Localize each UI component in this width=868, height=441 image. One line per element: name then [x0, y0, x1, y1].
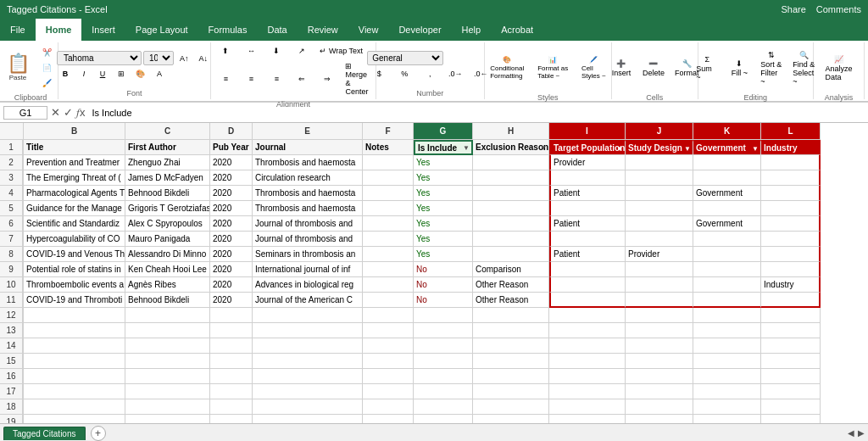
font-family-select[interactable]: Tahoma [57, 51, 142, 65]
cell-i4[interactable]: Patient [549, 186, 626, 201]
cell-l4[interactable] [761, 186, 821, 201]
cell-f3[interactable] [363, 170, 414, 186]
cell-b4[interactable]: Pharmacological Agents T [24, 186, 125, 201]
cell-g9[interactable]: No [414, 262, 473, 277]
cell-k2[interactable] [693, 155, 761, 170]
row-header-14[interactable]: 14 [0, 338, 23, 354]
cell-j5[interactable] [626, 201, 693, 216]
underline-button[interactable]: U [94, 67, 111, 81]
cell-c9[interactable]: Ken Cheah Hooi Lee [125, 262, 210, 277]
bold-button[interactable]: B [57, 67, 74, 81]
sort-filter-button[interactable]: ⇅ Sort &Filter ~ [756, 44, 787, 92]
cell-e4[interactable]: Thrombosis and haemosta [253, 186, 363, 201]
exclusion-filter-arrow[interactable]: ▼ [540, 143, 547, 151]
tab-view[interactable]: View [348, 19, 389, 41]
cell-c3[interactable]: James D McFadyen [125, 170, 210, 186]
row-header-18[interactable]: 18 [0, 399, 23, 415]
cell-i7[interactable] [549, 232, 626, 247]
row-header-10[interactable]: 10 [0, 277, 23, 293]
row-header-9[interactable]: 9 [0, 262, 23, 277]
col-header-j[interactable]: J [626, 123, 693, 140]
tab-review[interactable]: Review [298, 19, 348, 41]
cell-i11[interactable] [549, 293, 626, 308]
row-header-15[interactable]: 15 [0, 354, 23, 369]
cell-l8[interactable] [761, 247, 821, 262]
comments-button[interactable]: Comments [816, 4, 861, 14]
cell-reference-input[interactable] [3, 106, 47, 120]
row-header-19[interactable]: 19 [0, 415, 23, 423]
number-format-select[interactable]: General [367, 51, 443, 65]
cell-l12[interactable] [761, 308, 821, 323]
cell-l7[interactable] [761, 232, 821, 247]
col-header-i[interactable]: I [549, 123, 626, 140]
cell-c8[interactable]: Alessandro Di Minno [125, 247, 210, 262]
col-header-f[interactable]: F [363, 123, 414, 140]
increase-indent-button[interactable]: ⇒ [315, 72, 339, 86]
cell-g11[interactable]: No [414, 293, 473, 308]
cell-e3[interactable]: Circulation research [253, 170, 363, 186]
cell-e11[interactable]: Journal of the American C [253, 293, 363, 308]
cell-h3[interactable] [473, 170, 549, 186]
cell-k7[interactable] [693, 232, 761, 247]
format-painter-button[interactable]: 🖌️ [36, 76, 59, 90]
row-header-17[interactable]: 17 [0, 384, 23, 399]
cell-j2[interactable] [626, 155, 693, 170]
cell-h12[interactable] [473, 308, 549, 323]
cell-i3[interactable] [549, 170, 626, 186]
decimal-increase-button[interactable]: .0→ [443, 67, 467, 81]
scroll-right-icon[interactable]: ▶ [858, 428, 865, 438]
cell-l11[interactable] [761, 293, 821, 308]
align-bottom-button[interactable]: ⬇ [264, 44, 288, 58]
cell-h9[interactable]: Comparison [473, 262, 549, 277]
cell-d4[interactable]: 2020 [210, 186, 253, 201]
cell-f9[interactable] [363, 262, 414, 277]
tab-insert[interactable]: Insert [81, 19, 125, 41]
text-angle-button[interactable]: ↗ [290, 44, 314, 58]
study-design-filter-arrow[interactable]: ▼ [684, 144, 691, 152]
cell-h5[interactable] [473, 201, 549, 216]
tab-data[interactable]: Data [257, 19, 297, 41]
cell-f8[interactable] [363, 247, 414, 262]
tab-help[interactable]: Help [452, 19, 492, 41]
is-include-filter-arrow[interactable]: ▼ [463, 144, 470, 152]
cell-c12[interactable] [125, 308, 210, 323]
cell-k9[interactable] [693, 262, 761, 277]
scroll-left-icon[interactable]: ◀ [848, 428, 854, 438]
wrap-text-button[interactable]: ↵ Wrap Text [315, 44, 367, 58]
row-header-6[interactable]: 6 [0, 216, 23, 232]
cell-h11[interactable]: Other Reason [473, 293, 549, 308]
cell-j11[interactable] [626, 293, 693, 308]
cell-k6[interactable]: Government [693, 216, 761, 232]
cell-f12[interactable] [363, 308, 414, 323]
row-header-4[interactable]: 4 [0, 186, 23, 201]
tab-developer[interactable]: Developer [388, 19, 451, 41]
cell-b3[interactable]: The Emerging Threat of ( [24, 170, 125, 186]
col-header-h[interactable]: H [473, 123, 549, 140]
cell-f6[interactable] [363, 216, 414, 232]
analyze-data-button[interactable]: 📈 AnalyzeData [821, 44, 856, 92]
row-header-1[interactable]: 1 [0, 140, 23, 155]
cell-j7[interactable] [626, 232, 693, 247]
align-right-button[interactable]: ≡ [264, 72, 288, 86]
cell-d11[interactable]: 2020 [210, 293, 253, 308]
cell-d7[interactable]: 2020 [210, 232, 253, 247]
cell-i10[interactable] [549, 277, 626, 293]
government-filter-arrow[interactable]: ▼ [752, 144, 759, 152]
cell-l10[interactable]: Industry [761, 277, 821, 293]
cell-e7[interactable]: Journal of thrombosis and [253, 232, 363, 247]
cell-k8[interactable] [693, 247, 761, 262]
cell-g2[interactable]: Yes [414, 155, 473, 170]
cell-f5[interactable] [363, 201, 414, 216]
tab-acrobat[interactable]: Acrobat [491, 19, 543, 41]
cell-e10[interactable]: Advances in biological reg [253, 277, 363, 293]
cell-i2[interactable]: Provider [549, 155, 626, 170]
row-header-12[interactable]: 12 [0, 308, 23, 323]
cell-j3[interactable] [626, 170, 693, 186]
cell-i5[interactable] [549, 201, 626, 216]
cell-c5[interactable]: Grigoris T Gerotziafas [125, 201, 210, 216]
cell-g6[interactable]: Yes [414, 216, 473, 232]
cell-l5[interactable] [761, 201, 821, 216]
cell-d12[interactable] [210, 308, 253, 323]
fill-color-button[interactable]: 🎨 [131, 67, 149, 81]
align-center-button[interactable]: ≡ [239, 72, 263, 86]
